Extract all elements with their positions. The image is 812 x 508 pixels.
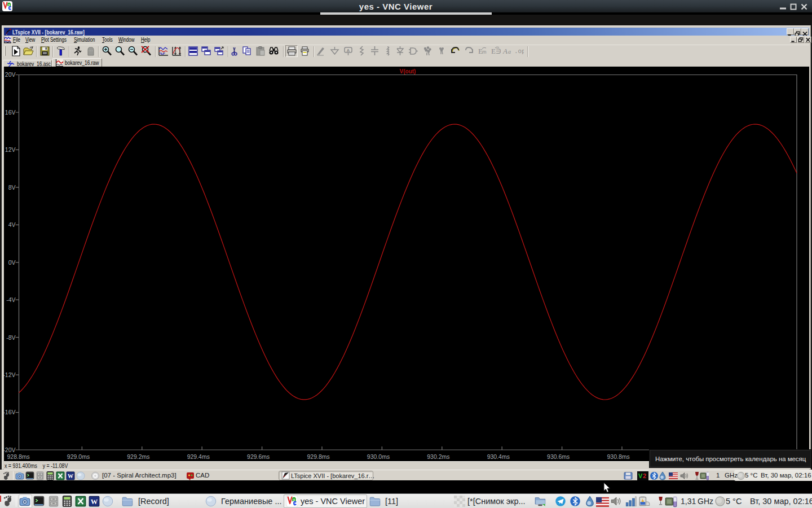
- svg-text:16V: 16V: [5, 108, 16, 115]
- svg-text:a: a: [508, 49, 511, 55]
- svg-text:A: A: [347, 48, 350, 53]
- svg-text:4V: 4V: [8, 221, 16, 228]
- svg-text:930.6ms: 930.6ms: [547, 453, 570, 459]
- svg-text:V(out): V(out): [400, 68, 416, 74]
- svg-text:928.8ms: 928.8ms: [7, 453, 29, 459]
- svg-text:929.8ms: 929.8ms: [307, 453, 329, 459]
- svg-text:930.2ms: 930.2ms: [427, 453, 449, 459]
- svg-text:929.0ms: 929.0ms: [67, 453, 90, 459]
- svg-text:W: W: [68, 473, 73, 479]
- svg-text:∋: ∋: [496, 47, 501, 55]
- svg-text:-20V: -20V: [4, 446, 16, 453]
- svg-text:A: A: [502, 47, 508, 55]
- svg-text:-12V: -12V: [4, 371, 16, 378]
- svg-text:929.6ms: 929.6ms: [247, 453, 270, 459]
- svg-text:12V: 12V: [5, 146, 16, 153]
- svg-text:2: 2: [643, 472, 646, 479]
- svg-text:0V: 0V: [8, 259, 16, 265]
- svg-text:m: m: [482, 49, 487, 55]
- svg-text:930.8ms: 930.8ms: [607, 453, 629, 459]
- svg-text:20V: 20V: [5, 71, 16, 78]
- svg-text:929.2ms: 929.2ms: [127, 453, 149, 459]
- svg-text:-4V: -4V: [6, 296, 15, 303]
- svg-text:930.4ms: 930.4ms: [487, 453, 510, 459]
- svg-text:8V: 8V: [8, 183, 16, 190]
- svg-text:-16V: -16V: [4, 409, 16, 415]
- svg-text:V: V: [638, 472, 643, 479]
- svg-text:.op: .op: [514, 48, 524, 55]
- svg-text:929.4ms: 929.4ms: [187, 453, 210, 459]
- svg-text:W: W: [91, 498, 98, 506]
- svg-text:930.0ms: 930.0ms: [367, 453, 390, 459]
- svg-text:-8V: -8V: [6, 334, 15, 340]
- svg-text:E: E: [491, 47, 496, 55]
